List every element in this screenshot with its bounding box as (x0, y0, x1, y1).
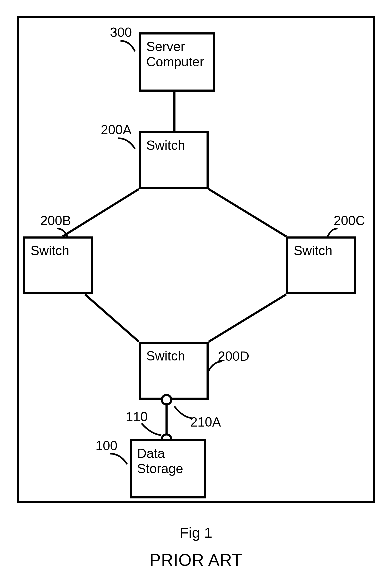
server-label: ServerComputer (146, 39, 204, 70)
lead-line-icon (326, 227, 341, 240)
storage-port-ref: 110 (126, 410, 148, 423)
server-box: ServerComputer (139, 32, 215, 92)
switch-b-ref: 200B (40, 214, 71, 227)
svg-line-4 (209, 294, 286, 342)
lead-line-icon (119, 39, 140, 55)
lead-line-icon (140, 422, 164, 438)
switch-c-label: Switch (294, 243, 332, 259)
diagram-frame: ServerComputer 300 Switch 200A Switch 20… (17, 16, 375, 503)
lead-line-icon (56, 227, 72, 240)
switch-b-label: Switch (31, 243, 69, 259)
switch-a-ref: 200A (101, 123, 132, 136)
switch-a-label: Switch (146, 138, 185, 153)
svg-line-3 (85, 294, 139, 342)
switch-c-box: Switch (286, 236, 356, 294)
switch-c-ref: 200C (334, 214, 365, 227)
switch-b-box: Switch (23, 236, 93, 294)
switch-d-label: Switch (146, 349, 185, 364)
lead-line-icon (173, 405, 194, 421)
storage-box: DataStorage (130, 439, 206, 498)
lead-line-icon (109, 452, 132, 468)
svg-line-2 (209, 189, 286, 236)
server-ref: 300 (110, 26, 132, 39)
lead-line-icon (207, 360, 226, 375)
lead-line-icon (117, 137, 140, 153)
storage-ref: 100 (96, 439, 117, 452)
page-root: ServerComputer 300 Switch 200A Switch 20… (0, 0, 392, 579)
figure-caption: Fig 1 (0, 524, 392, 541)
switch-a-box: Switch (139, 131, 209, 189)
figure-subtitle: PRIOR ART (0, 550, 392, 570)
switch-d-port-icon (161, 394, 172, 405)
switch-d-box: Switch (139, 342, 209, 400)
switch-d-port-ref: 210A (190, 415, 221, 429)
storage-label: DataStorage (137, 446, 183, 476)
svg-line-1 (63, 189, 139, 236)
